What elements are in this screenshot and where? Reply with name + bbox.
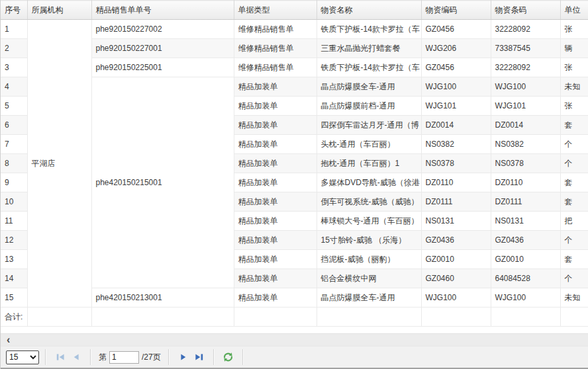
- pager-separator: [90, 349, 91, 365]
- row-index-cell: 4: [1, 77, 27, 97]
- doc-type-cell: 精品加装单: [234, 212, 317, 231]
- material-code-cell: WJG100: [421, 77, 491, 97]
- material-name-cell: 铁质下护板-14款卡罗拉（车: [317, 20, 421, 39]
- row-index-cell: 13: [1, 250, 27, 269]
- doc-type-cell: 精品加装单: [234, 250, 317, 269]
- material-name-cell: 晶点防爆膜全车-通用: [317, 288, 421, 308]
- first-page-button[interactable]: [52, 350, 68, 364]
- unit-cell: 个: [560, 269, 588, 288]
- prev-page-icon: [71, 352, 81, 362]
- col-header-name[interactable]: 物资名称: [317, 1, 421, 20]
- unit-cell: 张: [560, 58, 588, 77]
- unit-cell: 套: [560, 173, 588, 192]
- doc-type-cell: 精品加装单: [234, 173, 317, 192]
- total-row: 合计:: [1, 308, 588, 327]
- first-page-icon: [55, 352, 66, 362]
- material-barcode-cell: WJG100: [491, 77, 560, 97]
- horizontal-scrollbar[interactable]: ‹: [1, 333, 588, 346]
- col-header-barcode[interactable]: 物资条码: [491, 1, 560, 20]
- order-no-link[interactable]: phe920150225001: [91, 58, 234, 77]
- refresh-button[interactable]: [220, 350, 236, 364]
- table-footer: 合计:: [1, 308, 588, 327]
- total-cell: [560, 308, 588, 327]
- order-no-link[interactable]: phe420150213001: [91, 288, 234, 308]
- material-barcode-cell: WJG101: [491, 97, 560, 116]
- material-name-cell: 挡泥板-威驰（丽豹）: [317, 250, 421, 269]
- pagination-bar: 15 第 /27页: [1, 346, 588, 369]
- row-index-cell: 2: [1, 39, 27, 58]
- material-barcode-cell: NS0382: [491, 135, 560, 154]
- prev-page-button[interactable]: [68, 350, 84, 364]
- col-header-doc-type[interactable]: 单据类型: [234, 1, 317, 20]
- material-code-cell: WJG206: [421, 39, 491, 58]
- doc-type-cell: 精品加装单: [234, 135, 317, 154]
- next-page-icon: [178, 352, 189, 362]
- material-name-cell: 15寸胎铃-威驰 （乐海）: [317, 231, 421, 250]
- material-code-cell: NS0382: [421, 135, 491, 154]
- unit-cell: 个: [560, 154, 588, 173]
- row-index-cell: 12: [1, 231, 27, 250]
- material-name-cell: 铁质下护板-14款卡罗拉（车: [317, 58, 421, 77]
- col-header-unit[interactable]: 单位: [560, 1, 588, 20]
- row-index-cell: 8: [1, 154, 27, 173]
- unit-cell: 未知: [560, 77, 588, 97]
- doc-type-cell: 精品加装单: [234, 116, 317, 135]
- unit-cell: 套: [560, 250, 588, 269]
- unit-cell: 张: [560, 97, 588, 116]
- page-label-suffix: /27页: [142, 352, 161, 363]
- material-code-cell: WJG101: [421, 97, 491, 116]
- material-barcode-cell: DZ0110: [491, 173, 560, 192]
- order-no-link[interactable]: phe920150227002: [91, 20, 234, 39]
- table-row: 1平湖店phe920150227002维修精品销售单铁质下护板-14款卡罗拉（车…: [1, 20, 588, 39]
- material-name-cell: 头枕-通用（车百丽）: [317, 135, 421, 154]
- empty-area: [1, 327, 588, 333]
- unit-cell: 个: [560, 231, 588, 250]
- material-name-cell: 倒车可视系统-威驰（威驰）: [317, 192, 421, 212]
- col-header-code[interactable]: 物资编码: [421, 1, 491, 20]
- material-code-cell: GZ0460: [421, 269, 491, 288]
- last-page-button[interactable]: [191, 350, 207, 364]
- material-code-cell: WJG100: [421, 288, 491, 308]
- unit-cell: 套: [560, 192, 588, 212]
- material-code-cell: GZ0456: [421, 58, 491, 77]
- material-barcode-cell: GZ0010: [491, 250, 560, 269]
- col-header-order-no[interactable]: 精品销售单单号: [91, 1, 234, 20]
- material-name-cell: 抱枕-通用（车百丽）1: [317, 154, 421, 173]
- material-code-cell: NS0378: [421, 154, 491, 173]
- scroll-left-icon[interactable]: ‹: [7, 335, 10, 345]
- row-index-cell: 6: [1, 116, 27, 135]
- page-size-select[interactable]: 15: [6, 350, 39, 364]
- doc-type-cell: 维修精品销售单: [234, 58, 317, 77]
- total-cell: [27, 308, 91, 327]
- doc-type-cell: 精品加装单: [234, 231, 317, 250]
- next-page-button[interactable]: [175, 350, 191, 364]
- material-barcode-cell: GZ0436: [491, 231, 560, 250]
- unit-cell: 套: [560, 116, 588, 135]
- row-index-cell: 10: [1, 192, 27, 212]
- total-cell: [91, 308, 234, 327]
- material-barcode-cell: NS0131: [491, 212, 560, 231]
- total-cell: [421, 308, 491, 327]
- unit-cell: 个: [560, 135, 588, 154]
- row-index-cell: 15: [1, 288, 27, 308]
- col-header-seq[interactable]: 序号: [1, 1, 27, 20]
- page-number-input[interactable]: [109, 351, 139, 364]
- orders-grid-window: 序号 所属机构 精品销售单单号 单据类型 物资名称 物资编码 物资条码 单位 1…: [0, 0, 588, 369]
- material-name-cell: 晶点防爆膜全车-通用: [317, 77, 421, 97]
- col-header-org[interactable]: 所属机构: [27, 1, 91, 20]
- doc-type-cell: 精品加装单: [234, 77, 317, 97]
- order-no-link[interactable]: phe420150215001: [91, 77, 234, 288]
- material-code-cell: GZ0456: [421, 20, 491, 39]
- doc-type-cell: 精品加装单: [234, 97, 317, 116]
- refresh-icon: [222, 352, 234, 362]
- page-label-prefix: 第: [99, 352, 107, 363]
- material-code-cell: GZ0010: [421, 250, 491, 269]
- row-index-cell: 3: [1, 58, 27, 77]
- unit-cell: 未知: [560, 288, 588, 308]
- table-header: 序号 所属机构 精品销售单单号 单据类型 物资名称 物资编码 物资条码 单位: [1, 1, 588, 20]
- material-name-cell: 三重水晶抛光打蜡套餐: [317, 39, 421, 58]
- total-label: 合计:: [1, 308, 27, 327]
- row-index-cell: 14: [1, 269, 27, 288]
- unit-cell: 辆: [560, 39, 588, 58]
- order-no-link[interactable]: phe920150227001: [91, 39, 234, 58]
